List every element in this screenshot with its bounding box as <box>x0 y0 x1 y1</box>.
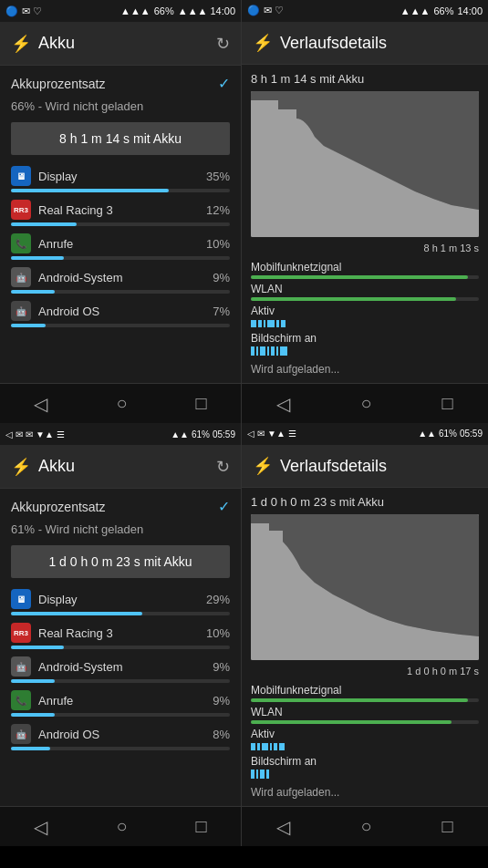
battery-r: 66% <box>433 5 453 16</box>
top-left-panel: 🔵 ✉ ♡ ▲▲▲ 66% ▲▲▲ 14:00 ⚡ Akku ↻ Akkupro… <box>0 0 242 423</box>
usage-item-anrufe-top[interactable]: 📞 Anrufe 10% <box>11 233 230 260</box>
bottom-left-nav: ◁ ○ □ <box>0 806 241 846</box>
back-button-top-right[interactable]: ◁ <box>258 386 308 422</box>
bottom-half: ◁ ✉ ✉ ▼▲ ☰ ▲▲ 61% 05:59 ⚡ Akku ↻ Akkupro… <box>0 423 488 846</box>
battery-br: 61% <box>439 429 457 439</box>
bildschirm-label-bottom: Bildschirm an <box>251 755 479 768</box>
top-right-panel: 🔵 ✉ ♡ ▲▲▲ 66% 14:00 ⚡ Verlaufsdetails 8 … <box>242 0 488 423</box>
top-status-bar-right: 🔵 ✉ ♡ ▲▲▲ 66% 14:00 <box>242 0 488 22</box>
bottom-notif-bar-right: ◁ ✉ ▼▲ ☰ ▲▲ 61% 05:59 <box>242 423 488 445</box>
bottom-left-title: Akku <box>38 457 75 476</box>
usage-item-display-top[interactable]: 🖥 Display 35% <box>11 166 230 192</box>
anrufe-percent: 10% <box>206 237 230 251</box>
bildschirm-row-bottom: Bildschirm an <box>251 755 479 779</box>
mobilfunk-row-top: Mobilfunknetzignal <box>251 261 479 279</box>
home-button-top-right[interactable]: ○ <box>342 386 389 421</box>
top-right-nav: ◁ ○ □ <box>242 383 488 423</box>
usage-item-display-bottom[interactable]: 🖥 Display 29% <box>11 589 230 615</box>
notif-icons-r: ✉ ♡ <box>264 5 284 16</box>
refresh-button-b[interactable]: ↻ <box>216 457 230 477</box>
time-br: 05:59 <box>460 429 483 439</box>
wlan-row-bottom: WLAN <box>251 706 479 724</box>
wlan-label-top: WLAN <box>251 283 479 295</box>
usage-item-anrufe-bottom[interactable]: 📞 Anrufe 9% <box>11 690 230 717</box>
back-button-top-left[interactable]: ◁ <box>16 386 66 422</box>
notif-icon-4: ▼▲ <box>36 429 54 439</box>
display-icon: 🖥 <box>11 166 31 186</box>
top-left-header-left: ⚡ Akku <box>11 34 75 54</box>
top-left-nav: ◁ ○ □ <box>0 383 241 423</box>
top-half: 🔵 ✉ ♡ ▲▲▲ 66% ▲▲▲ 14:00 ⚡ Akku ↻ Akkupro… <box>0 0 488 423</box>
display-icon-b: 🖥 <box>11 589 31 609</box>
battery-time-button-bottom[interactable]: 1 d 0 h 0 m 23 s mit Akku <box>11 545 230 578</box>
bottom-left-header: ⚡ Akku ↻ <box>0 445 241 489</box>
battery-chart-top <box>251 91 479 237</box>
aktiv-row-bottom: Aktiv <box>251 728 479 751</box>
bluetooth-icon: 🔵 <box>5 5 18 17</box>
android-os-icon: 🤖 <box>11 301 31 321</box>
top-right-title: Verlaufsdetails <box>280 34 387 53</box>
recent-button-top-right[interactable]: □ <box>423 386 471 421</box>
verlauf-time-title-bottom: 1 d 0 h 0 m 23 s mit Akku <box>251 495 479 509</box>
anrufe-icon: 📞 <box>11 233 31 253</box>
notif-icons-right-br: ▲▲ 61% 05:59 <box>418 429 483 439</box>
notif-icon-3: ✉ <box>26 429 33 439</box>
display-name-b: Display <box>38 593 206 606</box>
recent-button-bottom-right[interactable]: □ <box>423 809 471 844</box>
android-os-percent: 7% <box>213 305 230 318</box>
anrufe-percent-b: 9% <box>213 694 230 708</box>
verlauf-time-title-top: 8 h 1 m 14 s mit Akku <box>251 72 479 86</box>
refresh-button[interactable]: ↻ <box>216 34 230 54</box>
usage-item-racing-top[interactable]: RR3 Real Racing 3 12% <box>11 200 230 226</box>
display-percent-b: 29% <box>206 593 230 606</box>
mobilfunk-label-top: Mobilfunknetzignal <box>251 261 479 274</box>
status-icons-left: 🔵 ✉ ♡ <box>5 5 42 17</box>
recent-button-top-left[interactable]: □ <box>177 386 224 421</box>
android-system-name: Android-System <box>38 271 213 284</box>
usage-item-android-system-bottom[interactable]: 🤖 Android-System 9% <box>11 656 230 683</box>
wlan-row-top: WLAN <box>251 283 479 301</box>
android-system-icon: 🤖 <box>11 267 31 287</box>
recent-button-bottom-left[interactable]: □ <box>177 809 224 844</box>
notif-icons-left-b: ◁ ✉ ✉ ▼▲ ☰ <box>5 429 65 439</box>
back-button-bottom-left[interactable]: ◁ <box>16 809 66 845</box>
battery-time-button-top[interactable]: 8 h 1 m 14 s mit Akku <box>11 122 230 155</box>
check-icon: ✓ <box>218 75 230 92</box>
bottom-notif-bar-left: ◁ ✉ ✉ ▼▲ ☰ ▲▲ 61% 05:59 <box>0 423 241 445</box>
usage-item-android-system-top[interactable]: 🤖 Android-System 9% <box>11 267 230 294</box>
bluetooth-icon-r: 🔵 <box>247 5 260 16</box>
wlan-label-bottom: WLAN <box>251 706 479 718</box>
bottom-right-panel: ◁ ✉ ▼▲ ☰ ▲▲ 61% 05:59 ⚡ Verlaufsdetails … <box>242 423 488 846</box>
back-button-bottom-right[interactable]: ◁ <box>258 809 308 845</box>
akkuprozentsatz-label-b: Akkuprozentsatz <box>11 500 106 514</box>
top-left-title: Akku <box>38 34 75 53</box>
akkuprozentsatz-row: Akkuprozentsatz ✓ <box>11 75 230 92</box>
home-button-top-left[interactable]: ○ <box>98 386 145 421</box>
bottom-right-nav: ◁ ○ □ <box>242 806 488 846</box>
top-left-content: Akkuprozentsatz ✓ 66% - Wird nicht gelad… <box>0 66 241 383</box>
anrufe-name: Anrufe <box>38 237 206 251</box>
notif-icons-left-br: ◁ ✉ ▼▲ ☰ <box>247 429 296 439</box>
bildschirm-row-top: Bildschirm an <box>251 332 479 356</box>
akkuprozentsatz-label: Akkuprozentsatz <box>11 77 106 91</box>
usage-item-android-os-top[interactable]: 🤖 Android OS 7% <box>11 301 230 327</box>
bildschirm-label-top: Bildschirm an <box>251 332 479 345</box>
signal-r: ▲▲▲ <box>400 5 431 16</box>
aktiv-row-top: Aktiv <box>251 305 479 328</box>
home-button-bottom-left[interactable]: ○ <box>98 809 145 844</box>
notif-icons-right-b: ▲▲ 61% 05:59 <box>171 429 235 439</box>
android-system-icon-b: 🤖 <box>11 656 31 677</box>
signal-icon: ▲▲▲ <box>120 5 151 16</box>
status-icons-right: ▲▲▲ 66% ▲▲▲ 14:00 <box>120 5 235 16</box>
home-button-bottom-right[interactable]: ○ <box>342 809 389 844</box>
mobilfunk-label-bottom: Mobilfunknetzignal <box>251 684 479 697</box>
display-percent: 35% <box>206 170 230 183</box>
bottom-left-content: Akkuprozentsatz ✓ 61% - Wird nicht gelad… <box>0 489 241 806</box>
time-b-l: 05:59 <box>213 429 235 439</box>
charge-status-bottom: 61% - Wird nicht geladen <box>11 522 230 536</box>
notification-icons: ✉ ♡ <box>22 5 42 17</box>
usage-item-android-os-bottom[interactable]: 🤖 Android OS 8% <box>11 724 230 750</box>
check-icon-b: ✓ <box>218 498 230 515</box>
usage-item-racing-bottom[interactable]: RR3 Real Racing 3 10% <box>11 623 230 649</box>
notif-icon-5: ☰ <box>57 429 65 439</box>
